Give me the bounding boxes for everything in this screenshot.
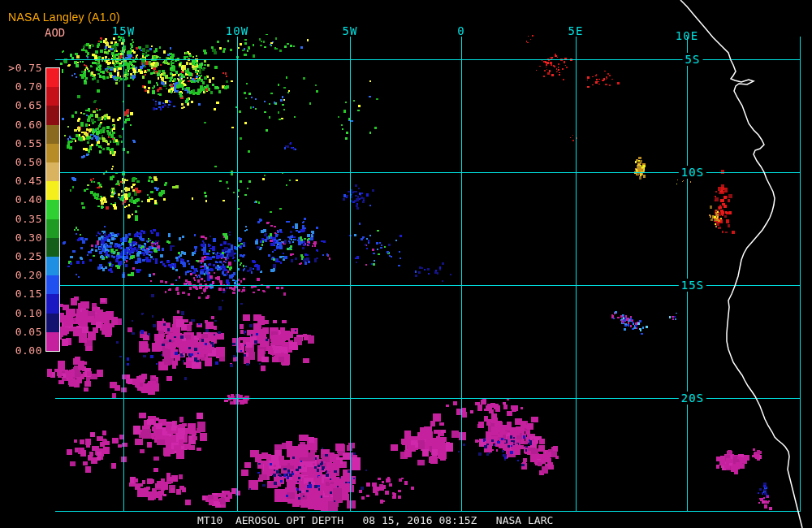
- colorbar-segment: [46, 314, 59, 332]
- colorbar-segment: [46, 332, 59, 351]
- colorbar-segment: [46, 162, 59, 181]
- colorbar-tick-label: 0.40: [0, 193, 42, 206]
- lat-axis-label: 5S: [683, 53, 703, 66]
- map-canvas: [0, 0, 812, 528]
- colorbar-tick-label: 0.30: [0, 232, 42, 244]
- colorbar-tick-label: 0.45: [0, 175, 42, 187]
- aod-colorbar: [45, 67, 60, 352]
- colorbar-segment: [46, 200, 59, 219]
- lat-axis-label: 20S: [679, 392, 706, 405]
- colorbar-segment: [46, 257, 59, 275]
- colorbar-tick-label: 0.25: [0, 250, 42, 262]
- lon-axis-label: 15W: [112, 24, 135, 37]
- colorbar-tick-label: 0.10: [0, 307, 42, 319]
- colorbar-segment: [46, 68, 59, 87]
- aod-map-window: NASA Langley (A1.0) AOD >0.750.700.650.6…: [0, 0, 812, 528]
- colorbar-segment: [46, 87, 59, 106]
- colorbar-tick-label: >0.75: [0, 62, 42, 74]
- product-title: NASA Langley (A1.0): [8, 11, 120, 24]
- colorbar-tick-label: 0.05: [0, 326, 42, 338]
- map-caption: MT10 AEROSOL OPT DEPTH 08 15, 2016 08:15…: [197, 514, 553, 526]
- lon-axis-label: 0: [457, 24, 464, 37]
- colorbar-tick-label: 0.20: [0, 269, 42, 281]
- lon-axis-label: 10W: [226, 24, 248, 37]
- aod-label: AOD: [45, 26, 65, 39]
- colorbar-tick-label: 0.00: [0, 344, 42, 357]
- lat-axis-label: 15S: [679, 279, 706, 292]
- lon-axis-label: 5E: [568, 24, 584, 37]
- colorbar-segment: [46, 275, 59, 294]
- colorbar-tick-label: 0.55: [0, 137, 42, 149]
- lon-axis-label: 10E: [676, 29, 698, 42]
- colorbar-segment: [46, 125, 59, 144]
- colorbar-tick-label: 0.60: [0, 119, 42, 131]
- colorbar-segment: [46, 238, 59, 257]
- colorbar-segment: [46, 294, 59, 313]
- colorbar-segment: [46, 144, 59, 162]
- colorbar-tick-label: 0.70: [0, 80, 42, 93]
- colorbar-tick-label: 0.65: [0, 99, 42, 111]
- lon-axis-label: 5W: [343, 24, 358, 37]
- colorbar-segment: [46, 219, 59, 238]
- colorbar-tick-label: 0.35: [0, 213, 42, 225]
- colorbar-tick-label: 0.50: [0, 156, 42, 168]
- colorbar-tick-label: 0.15: [0, 288, 42, 300]
- lat-axis-label: 10S: [679, 166, 706, 179]
- colorbar-segment: [46, 106, 59, 124]
- colorbar-segment: [46, 181, 59, 200]
